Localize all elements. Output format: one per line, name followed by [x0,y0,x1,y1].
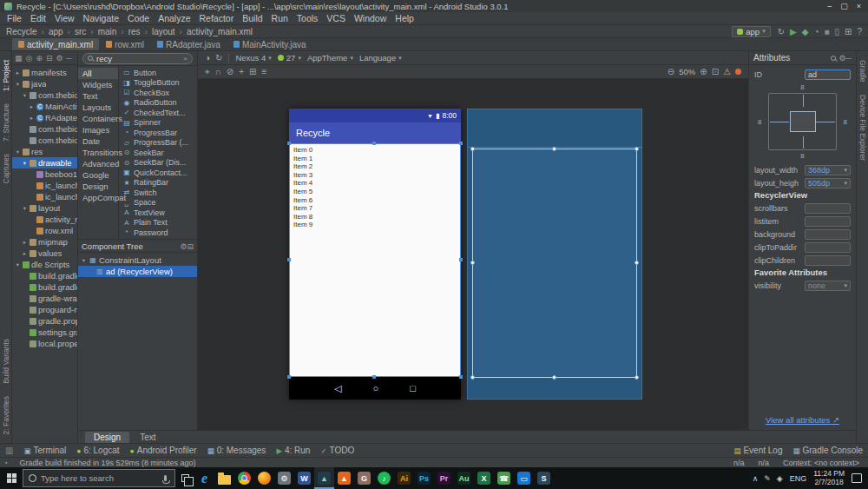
menu-item[interactable]: Edit [26,13,50,23]
view-all-attributes-link[interactable]: View all attributes ↗ [754,410,851,425]
palette-component[interactable]: ▣ QuickContact... [119,168,197,178]
zoom-fit-icon[interactable]: ⊡ [712,67,719,76]
menu-item[interactable]: Window [350,13,391,23]
collapse-all-icon[interactable]: ⊟ [46,54,53,63]
project-tree-item[interactable]: ▾ com.thebioneer... [12,89,77,101]
list-item[interactable]: Item 7 [290,204,460,213]
project-tree-item[interactable]: build.gradle (Modu... [12,281,77,293]
project-tree-item[interactable]: activity_main.x... [12,214,77,225]
app-android-studio[interactable]: ▲ [314,467,334,489]
attribute-value-input[interactable] [805,242,851,253]
project-tree-item[interactable]: ▸ values [12,248,77,259]
app-illustrator[interactable]: Ai [394,467,414,489]
breadcrumb-item[interactable]: app [37,27,63,36]
project-tree-item[interactable]: ▾ dle Scripts [12,259,77,270]
menu-item[interactable]: Navigate [79,13,123,23]
palette-component[interactable]: ◨ ToggleButton [119,78,197,89]
app-gimp[interactable]: G [354,467,374,489]
project-tree-item[interactable]: local.properties (SD... [12,338,77,349]
project-tree-item[interactable]: ▾ res [12,146,77,157]
nav-home-icon[interactable]: ○ [373,383,379,393]
selection-handle[interactable] [287,258,291,261]
sync-project-icon[interactable]: ↻ [778,27,785,36]
warnings-icon[interactable]: ⚠ [723,67,731,76]
breadcrumb-item[interactable]: res [116,27,140,36]
app-edge[interactable]: e [194,467,214,489]
attribute-value-select[interactable]: 505dp ▾ [805,178,851,188]
palette-category[interactable]: AppCompat [78,192,118,203]
selection-handle[interactable] [372,375,376,379]
maximize-button[interactable]: ▢ [840,2,848,10]
palette-component[interactable]: ⊙ SeekBar [119,148,197,158]
tab-design[interactable]: Design [85,432,129,443]
palette-category[interactable]: Advanced [78,158,118,169]
project-tree-item[interactable]: ▸ mipmap [12,236,77,248]
palette-component[interactable]: A Plain Text [119,218,197,228]
start-button[interactable] [0,467,23,489]
palette-component[interactable]: ☑ CheckBox [119,88,197,98]
tool-gradle-console[interactable]: ▦ Gradle Console [792,446,863,455]
list-item[interactable]: Item 3 [290,171,460,180]
list-item[interactable]: Item 9 [290,221,460,229]
selection-handle[interactable] [635,147,639,151]
tool-todo[interactable]: ✓ TODO [320,446,354,455]
list-item[interactable]: Item 4 [290,179,460,188]
menu-item[interactable]: Tools [293,13,323,23]
project-tree-item[interactable]: ▾ java [12,78,77,89]
tool-messages[interactable]: ▦ 0: Messages [207,446,266,455]
project-tree-item[interactable]: beeboo180.pn... [12,169,77,180]
selection-handle[interactable] [635,375,639,380]
design-surface-icon[interactable]: ◑ [205,53,210,63]
project-tree-item[interactable]: proguard-rules.pro (... [12,304,77,315]
project-tree-item[interactable]: gradle-wrapper.prop... [12,293,77,304]
app-file-explorer[interactable] [214,467,234,489]
palette-component[interactable]: ▭ Button [119,68,197,78]
palette-category[interactable]: Containers [78,113,118,124]
selection-handle[interactable] [459,142,463,145]
language-indicator[interactable]: ENG [790,474,807,483]
app-word[interactable]: W [294,467,314,489]
selection-handle[interactable] [552,375,556,380]
zoom-in-icon[interactable]: ⊕ [700,67,707,76]
tree-expand-icon[interactable]: ▸ [15,69,21,76]
palette-component[interactable]: ★ RatingBar [119,178,197,188]
app-excel[interactable]: X [474,467,494,489]
tree-expand-icon[interactable]: ▾ [22,205,28,212]
component-recyclerview[interactable]: ▥ ad (RecyclerView) [78,266,197,277]
menu-item[interactable]: View [50,13,79,23]
project-tree-item[interactable]: ▸ manifests [12,67,77,78]
menu-item[interactable]: File [3,13,26,23]
palette-category[interactable]: Transitions [78,147,118,158]
run-configuration-select[interactable]: app ▾ [732,26,770,37]
selection-handle[interactable] [459,258,463,261]
menu-item[interactable]: Help [391,13,418,23]
tool-button-captures[interactable]: Captures [2,154,10,184]
menu-item[interactable]: Run [267,13,293,23]
app-spotify[interactable]: ♪ [374,467,394,489]
breadcrumb-item[interactable]: src [63,27,87,36]
tab-activity-main-xml[interactable]: activity_main.xml [12,38,99,50]
palette-component[interactable]: ✓ CheckedText... [119,108,197,118]
taskbar-search[interactable]: Type here to search [23,469,175,487]
settings-icon[interactable]: ⚙ [839,54,846,63]
list-item[interactable]: Item 2 [290,162,460,171]
settings-icon[interactable]: ⚙ [56,54,62,63]
list-item[interactable]: Item 0 [290,146,460,155]
orientation-icon[interactable]: ↻ [215,53,222,63]
list-item[interactable]: Item 1 [290,155,460,163]
project-tree-item[interactable]: build.gradle (Proje... [12,270,77,281]
palette-category[interactable]: All [78,68,118,79]
selection-handle[interactable] [470,261,475,265]
selection-handle[interactable] [552,147,556,151]
app-vlc[interactable]: ▲ [334,467,354,489]
tree-expand-icon[interactable]: ▸ [22,250,28,257]
tree-expand-icon[interactable]: ▾ [15,149,21,155]
stop-icon[interactable]: ■ [824,27,829,36]
project-tree-item[interactable]: row.xml [12,225,77,236]
selection-handle[interactable] [459,375,463,379]
project-tree-item[interactable]: ▾ drawable [12,157,77,169]
margin-left-value[interactable]: 8 [758,118,761,126]
tree-expand-icon[interactable]: ▾ [15,81,21,88]
list-item[interactable]: Item 6 [290,196,460,205]
tool-button-structure[interactable]: 7: Structure [2,103,10,142]
